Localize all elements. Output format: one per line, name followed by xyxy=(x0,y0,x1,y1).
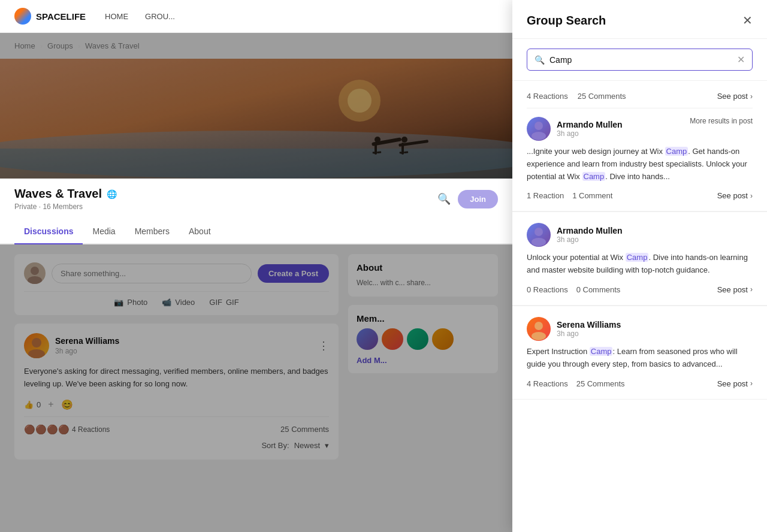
svg-point-16 xyxy=(28,276,42,284)
result1-comments: 25 Comments xyxy=(578,92,626,101)
search-input-wrapper: 🔍 ✕ xyxy=(527,49,753,71)
svg-point-17 xyxy=(32,338,41,347)
about-sidebar-title: About xyxy=(357,262,490,273)
result-block-3: Serena Williams 3h ago Expert Instructio… xyxy=(512,306,767,400)
gif-action[interactable]: GIF GIF xyxy=(209,298,238,307)
photo-action[interactable]: 📷 Photo xyxy=(114,298,147,307)
breadcrumb-sep1: › xyxy=(40,41,43,50)
panel-title: Group Search xyxy=(527,14,606,28)
sort-chevron-icon: ▾ xyxy=(325,441,329,450)
comments-count[interactable]: 25 Comments xyxy=(280,425,329,434)
result2-time: 3h ago xyxy=(557,235,623,244)
result-block-2: Armando Mullen 3h ago Unlock your potent… xyxy=(512,212,767,306)
reaction-emojis: 🟤🟤🟤🟤 4 Reactions xyxy=(24,424,110,435)
right-sidebar: About Welc... with c... share... Mem... … xyxy=(348,254,498,460)
member-avatar-1 xyxy=(357,328,378,350)
svg-point-24 xyxy=(532,332,546,340)
result3-reactions: 4 Reactions xyxy=(527,379,568,388)
sort-label: Sort By: xyxy=(261,441,289,450)
member-avatar-4 xyxy=(432,328,454,350)
post-more-button[interactable]: ⋮ xyxy=(318,339,329,352)
result3-see-post-link[interactable]: See post › xyxy=(717,379,753,388)
result3-author-row: Serena Williams 3h ago xyxy=(527,317,753,341)
gif-icon: GIF xyxy=(209,298,222,307)
tab-about[interactable]: About xyxy=(179,219,221,243)
result2-author-row: Armando Mullen 3h ago xyxy=(527,223,753,247)
result3-author-avatar xyxy=(527,317,551,341)
result1-footer-comments: 1 Comment xyxy=(572,191,612,200)
video-action[interactable]: 📹 Video xyxy=(162,298,195,307)
svg-rect-9 xyxy=(377,151,381,153)
share-input[interactable] xyxy=(52,264,252,283)
result-block-1: 4 Reactions 25 Comments See post › xyxy=(512,81,767,211)
result2-comments: 0 Comments xyxy=(576,285,621,294)
result2-see-post-link[interactable]: See post › xyxy=(717,285,753,294)
svg-point-6 xyxy=(375,137,381,143)
breadcrumb-current: Waves & Travel xyxy=(85,41,140,50)
photo-icon: 📷 xyxy=(114,298,123,307)
members-sidebar-title: Mem... xyxy=(357,313,490,324)
emoji-reaction-button[interactable]: 😊 xyxy=(61,399,73,410)
tab-members[interactable]: Members xyxy=(125,219,179,243)
about-sidebar-card: About Welc... with c... share... xyxy=(348,254,498,297)
clear-search-button[interactable]: ✕ xyxy=(737,54,745,65)
post-section: Create a Post 📷 Photo 📹 Video GIF xyxy=(14,254,339,460)
hero-image xyxy=(0,59,512,179)
result1-more-results[interactable]: More results in post xyxy=(690,117,753,125)
group-search-button[interactable]: 🔍 xyxy=(437,192,451,205)
search-icon: 🔍 xyxy=(535,55,545,65)
search-input[interactable] xyxy=(549,55,732,65)
result1-author-name: Armando Mullen xyxy=(557,120,623,129)
breadcrumb-groups[interactable]: Groups xyxy=(47,41,73,50)
svg-point-23 xyxy=(535,322,543,330)
breadcrumb-sep2: › xyxy=(78,41,80,50)
breadcrumb-home[interactable]: Home xyxy=(14,41,35,50)
footer-see-post-chevron-icon: › xyxy=(750,192,753,200)
create-post-box: Create a Post 📷 Photo 📹 Video GIF xyxy=(14,254,339,315)
result3-time: 3h ago xyxy=(557,330,621,338)
tab-discussions[interactable]: Discussions xyxy=(14,219,83,243)
result3-see-post-chevron-icon: › xyxy=(750,379,753,388)
result1-see-post-link[interactable]: See post › xyxy=(717,92,753,101)
result2-reactions: 0 Reactions xyxy=(527,285,568,294)
current-user-avatar xyxy=(24,262,46,284)
results-area: 4 Reactions 25 Comments See post › xyxy=(512,81,767,400)
result1-time: 3h ago xyxy=(557,129,623,138)
tab-media[interactable]: Media xyxy=(83,219,125,243)
thumbs-up-icon: 👍 xyxy=(24,400,34,409)
post-time: 3h ago xyxy=(55,347,119,355)
panel-header: Group Search ✕ xyxy=(512,0,767,39)
group-meta: Private · 16 Members xyxy=(14,202,117,211)
result1-reactions: 4 Reactions xyxy=(527,92,568,101)
post-body: Everyone's asking for direct messaging, … xyxy=(24,365,329,391)
svg-point-10 xyxy=(401,137,407,143)
nav-groups[interactable]: GROU... xyxy=(145,12,175,21)
add-members-button[interactable]: Add M... xyxy=(357,356,490,365)
members-sidebar-card: Mem... Add M... xyxy=(348,305,498,373)
search-box: 🔍 ✕ xyxy=(512,39,767,81)
svg-point-15 xyxy=(31,267,39,275)
nav-home[interactable]: HOME xyxy=(105,12,128,21)
svg-point-19 xyxy=(535,122,543,130)
result1-footer-reactions: 1 Reaction xyxy=(527,191,564,200)
result3-comments: 25 Comments xyxy=(576,379,625,388)
svg-rect-2 xyxy=(0,149,512,179)
members-grid xyxy=(357,328,490,350)
create-post-button[interactable]: Create a Post xyxy=(258,264,329,283)
post-card: Serena Williams 3h ago ⋮ Everyone's aski… xyxy=(14,324,339,460)
nav-links: HOME GROU... xyxy=(105,12,175,21)
join-button[interactable]: Join xyxy=(458,190,498,208)
app-name: SPACELIFE xyxy=(36,11,86,22)
post-author-name: Serena Williams xyxy=(55,336,119,346)
member-avatar-2 xyxy=(382,328,403,350)
breadcrumb: Home › Groups › Waves & Travel xyxy=(0,33,512,59)
close-panel-button[interactable]: ✕ xyxy=(742,13,753,28)
result1-footer-see-post-link[interactable]: See post › xyxy=(717,191,753,200)
result1-author-avatar xyxy=(527,117,551,141)
like-button[interactable]: 👍 0 xyxy=(24,400,41,409)
result1-text: ...Ignite your web design journey at Wix… xyxy=(527,146,753,183)
group-tabs: Discussions Media Members About xyxy=(0,219,512,244)
top-nav: SPACELIFE HOME GROU... xyxy=(0,0,512,33)
result2-author-name: Armando Mullen xyxy=(557,226,623,235)
sort-value[interactable]: Newest xyxy=(294,441,320,450)
